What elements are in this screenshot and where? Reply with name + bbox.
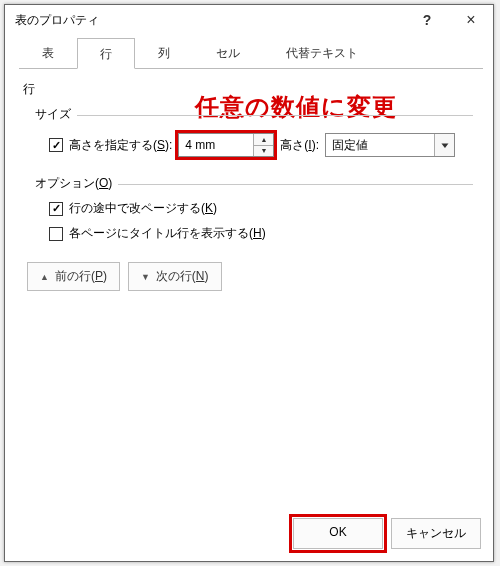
allow-break-checkbox[interactable]: [49, 202, 63, 216]
divider: [118, 184, 473, 185]
tab-row[interactable]: 行: [77, 38, 135, 69]
help-button[interactable]: ?: [405, 5, 449, 35]
options-legend: オプション(O): [35, 175, 112, 192]
size-legend: サイズ: [35, 106, 71, 123]
tab-alt-text[interactable]: 代替テキスト: [263, 38, 381, 68]
title-bar: 表のプロパティ ? ×: [5, 5, 493, 35]
tab-strip: 表 行 列 セル 代替テキスト: [19, 41, 483, 69]
triangle-up-icon: ▲: [40, 272, 49, 282]
triangle-down-icon: ▼: [141, 272, 150, 282]
next-row-label: 次の行(N): [156, 268, 209, 285]
height-rule-label: 高さ(I):: [280, 137, 319, 154]
height-rule-select[interactable]: 固定値 ▼: [325, 133, 455, 157]
spinner-buttons: ▲ ▼: [253, 134, 273, 156]
dialog-window: 表のプロパティ ? × 表 行 列 セル 代替テキスト 任意の数値に変更 行 サ…: [4, 4, 494, 562]
height-rule-dropdown-button[interactable]: ▼: [434, 134, 454, 156]
allow-break-label[interactable]: 行の途中で改ページする(K): [69, 200, 217, 217]
repeat-header-label[interactable]: 各ページにタイトル行を表示する(H): [69, 225, 266, 242]
options-group: オプション(O) 行の途中で改ページする(K) 各ページにタイトル行を表示する(…: [35, 175, 473, 246]
prev-row-label: 前の行(P): [55, 268, 107, 285]
close-button[interactable]: ×: [449, 5, 493, 35]
next-row-button[interactable]: ▼ 次の行(N): [128, 262, 222, 291]
cancel-button[interactable]: キャンセル: [391, 518, 481, 549]
height-spinner[interactable]: ▲ ▼: [178, 133, 274, 157]
size-group: サイズ 高さを指定する(S): ▲ ▼ 高さ(I):: [35, 106, 473, 163]
height-spin-up[interactable]: ▲: [254, 134, 273, 146]
height-rule-value: 固定値: [326, 134, 434, 156]
tab-table[interactable]: 表: [19, 38, 77, 68]
tab-cell[interactable]: セル: [193, 38, 263, 68]
height-spin-down[interactable]: ▼: [254, 146, 273, 157]
window-title: 表のプロパティ: [15, 12, 405, 29]
divider: [77, 115, 473, 116]
dialog-footer: OK キャンセル: [5, 512, 493, 561]
row-heading: 行: [23, 81, 477, 98]
repeat-header-checkbox[interactable]: [49, 227, 63, 241]
tab-column[interactable]: 列: [135, 38, 193, 68]
prev-row-button[interactable]: ▲ 前の行(P): [27, 262, 120, 291]
height-input[interactable]: [179, 134, 253, 156]
specify-height-checkbox[interactable]: [49, 138, 63, 152]
specify-height-label[interactable]: 高さを指定する(S):: [69, 137, 172, 154]
chevron-down-icon: ▼: [439, 141, 451, 150]
tab-row-content: 行 サイズ 高さを指定する(S): ▲ ▼: [5, 69, 493, 512]
ok-button[interactable]: OK: [293, 518, 383, 549]
row-nav: ▲ 前の行(P) ▼ 次の行(N): [27, 262, 477, 291]
